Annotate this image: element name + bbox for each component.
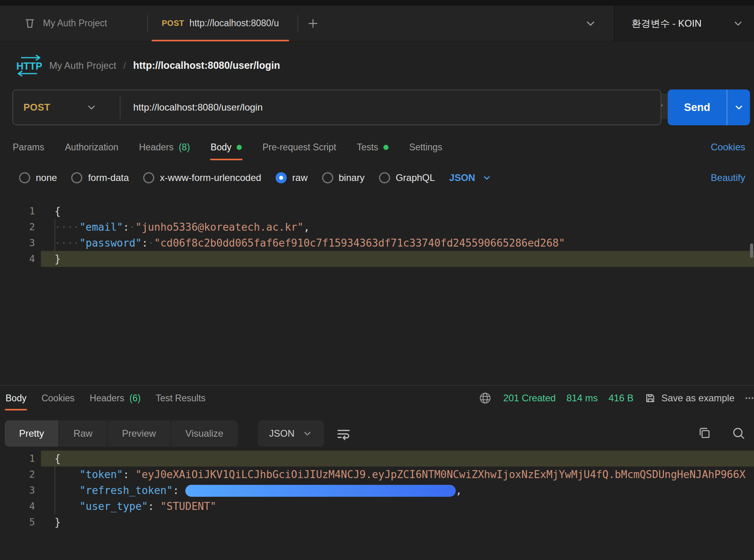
tab-label: Body xyxy=(6,393,26,404)
radio-icon xyxy=(19,172,30,183)
line-number: 2 xyxy=(0,219,35,235)
tab-label: Pre-request Script xyxy=(262,142,336,153)
beautify-link[interactable]: Beautify xyxy=(711,172,745,183)
view-tab-preview[interactable]: Preview xyxy=(107,420,170,447)
radio-icon xyxy=(322,172,333,183)
indent-guide xyxy=(54,482,55,498)
code-text: ····"password":·"cd06f8c2b0dd065faf6ef91… xyxy=(0,235,754,251)
save-as-example-button[interactable]: Save as example xyxy=(644,392,735,404)
breadcrumb-collection[interactable]: My Auth Project xyxy=(49,60,116,71)
body-mode-raw[interactable]: raw xyxy=(276,172,308,183)
editor-line: 4} xyxy=(0,251,754,267)
tab-count: (6) xyxy=(129,393,140,404)
view-tab-raw[interactable]: Raw xyxy=(58,420,107,447)
response-size[interactable]: 416 B xyxy=(608,393,634,404)
tab-label: Test Results xyxy=(156,393,206,404)
svg-text:HTTP: HTTP xyxy=(16,60,42,72)
wrap-text-button[interactable] xyxy=(335,426,352,442)
body-mode-label: binary xyxy=(339,172,365,183)
send-button[interactable]: Send xyxy=(668,89,727,125)
body-mode-label: none xyxy=(36,172,57,183)
breadcrumb: HTTP My Auth Project / http://localhost:… xyxy=(16,41,280,89)
tab-list-chevron-icon[interactable] xyxy=(584,17,597,30)
body-mode-binary[interactable]: binary xyxy=(322,172,365,183)
code-text: { xyxy=(0,451,754,467)
line-number: 5 xyxy=(0,514,35,530)
code-text: "refresh_token": , xyxy=(0,482,754,498)
body-mode-x-www-form-urlencoded[interactable]: x-www-form-urlencoded xyxy=(143,172,261,183)
search-icon[interactable] xyxy=(731,426,746,441)
response-tab-test-results[interactable]: Test Results xyxy=(156,386,206,410)
globe-icon xyxy=(478,391,492,405)
body-mode-form-data[interactable]: form-data xyxy=(71,172,129,183)
request-body-editor[interactable]: 1{2····"email":·"junho5336@koreatech.ac.… xyxy=(0,199,754,388)
tab-pre-request-script[interactable]: Pre-request Script xyxy=(262,134,336,160)
response-time[interactable]: 814 ms xyxy=(566,393,598,404)
send-button-group: Send xyxy=(668,89,750,125)
response-body-editor[interactable]: 1{2 "token": "eyJ0eXAiOiJKV1QiLCJhbGciOi… xyxy=(0,449,754,560)
editor-line: 1{ xyxy=(0,203,754,219)
method-dropdown[interactable]: POST xyxy=(13,90,120,124)
more-options-icon[interactable] xyxy=(745,390,754,406)
copy-icon[interactable] xyxy=(697,426,712,441)
response-tab-body[interactable]: Body xyxy=(6,386,26,410)
line-number: 4 xyxy=(0,251,35,267)
editor-line: 3 "refresh_token": , xyxy=(0,482,754,498)
breadcrumb-separator: / xyxy=(123,60,126,71)
url-input[interactable]: http://localhost:8080/user/login xyxy=(120,102,263,113)
response-tab-cookies[interactable]: Cookies xyxy=(41,386,74,410)
new-tab-button[interactable] xyxy=(304,14,322,33)
environment-selector[interactable]: 환경변수 - KOIN xyxy=(615,6,754,41)
method-label: POST xyxy=(23,102,50,113)
code-text: "user_type": "STUDENT" xyxy=(0,498,754,514)
http-protocol-icon: HTTP xyxy=(16,55,42,76)
indent-guide xyxy=(54,235,55,251)
cookies-link[interactable]: Cookies xyxy=(711,142,745,153)
save-icon xyxy=(644,392,656,404)
redacted-token-pill xyxy=(185,485,456,497)
url-bar: POST http://localhost:8080/user/login xyxy=(12,89,661,125)
request-tabs: ParamsAuthorizationHeaders(8)BodyPre-req… xyxy=(0,134,754,160)
editor-line: 3····"password":·"cd06f8c2b0dd065faf6ef9… xyxy=(0,235,754,251)
editor-line: 1{ xyxy=(0,451,754,467)
body-mode-graphql[interactable]: GraphQL xyxy=(379,172,435,183)
line-number: 3 xyxy=(0,482,35,498)
editor-line: 2 "token": "eyJ0eXAiOiJKV1QiLCJhbGciOiJI… xyxy=(0,467,754,482)
body-mode-none[interactable]: none xyxy=(19,172,57,183)
chevron-down-icon xyxy=(482,173,492,183)
response-meta: 201 Created 814 ms 416 B Save as example xyxy=(478,386,754,410)
tab-tests[interactable]: Tests xyxy=(357,134,389,160)
response-language-dropdown[interactable]: JSON xyxy=(258,420,324,447)
response-header: BodyCookiesHeaders(6)Test Results 201 Cr… xyxy=(0,385,754,410)
editor-line: 4 "user_type": "STUDENT" xyxy=(0,498,754,514)
tab-bar: My Auth Project POST http://localhost:80… xyxy=(0,6,754,41)
view-tab-visualize[interactable]: Visualize xyxy=(170,420,238,447)
editor-scrollbar-thumb[interactable] xyxy=(750,243,753,258)
send-options-button[interactable] xyxy=(727,89,750,125)
body-mode-label: GraphQL xyxy=(396,172,435,183)
tab-separator xyxy=(297,15,298,32)
radio-icon xyxy=(71,172,82,183)
tab-label: Settings xyxy=(409,142,442,153)
request-language-label: JSON xyxy=(449,172,475,183)
response-language-label: JSON xyxy=(269,428,294,439)
workspace-collection[interactable]: My Auth Project xyxy=(23,6,107,41)
request-tab[interactable]: POST http://localhost:8080/u xyxy=(149,6,291,41)
status-badge[interactable]: 201 Created xyxy=(503,393,556,404)
body-mode-label: x-www-form-urlencoded xyxy=(160,172,261,183)
tab-headers[interactable]: Headers(8) xyxy=(139,134,190,160)
view-tab-pretty[interactable]: Pretty xyxy=(5,420,58,447)
code-text: { xyxy=(0,203,754,219)
response-tab-headers[interactable]: Headers(6) xyxy=(90,386,141,410)
tab-authorization[interactable]: Authorization xyxy=(65,134,118,160)
tab-settings[interactable]: Settings xyxy=(409,134,442,160)
tab-body[interactable]: Body xyxy=(211,134,242,160)
indent-guide xyxy=(54,498,55,514)
tab-params[interactable]: Params xyxy=(13,134,44,160)
request-language-dropdown[interactable]: JSON xyxy=(449,172,492,183)
code-text: "token": "eyJ0eXAiOiJKV1QiLCJhbGciOiJIUz… xyxy=(0,467,754,482)
line-number: 3 xyxy=(0,235,35,251)
tab-method-label: POST xyxy=(162,19,184,28)
body-mode-row: noneform-datax-www-form-urlencodedrawbin… xyxy=(0,166,754,189)
tab-label: Headers xyxy=(90,393,124,404)
